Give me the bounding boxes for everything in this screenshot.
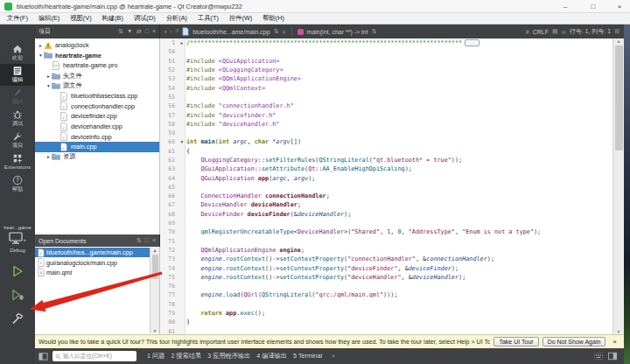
folded-comment-box[interactable]: ...	[465, 39, 480, 46]
mode-item-label: 项目	[0, 142, 35, 149]
code-editor[interactable]: 1▸/*************************************…	[160, 38, 612, 334]
mini-keyboard-icon[interactable]	[594, 352, 603, 360]
link-icon[interactable]: ∞	[562, 29, 566, 35]
output-pane-button-search-results[interactable]: 2 搜索结果	[171, 352, 201, 360]
scroll-down-icon[interactable]: ▼	[153, 328, 158, 333]
take-ui-tour-button[interactable]: Take UI Tour	[494, 337, 538, 346]
encoding-indicator[interactable]: #	[526, 29, 529, 35]
menu-item-analyze[interactable]: 分析(A)	[161, 14, 192, 23]
output-pane-icon[interactable]	[608, 352, 617, 360]
sync-with-editor-icon[interactable]: ⇄	[136, 24, 142, 38]
locator-input[interactable]: 输入以定位(Ctrl+K)	[52, 351, 136, 361]
active-project-label: hear...game	[0, 225, 35, 230]
forward-icon[interactable]: ›	[170, 29, 172, 35]
output-pane-button-terminal[interactable]: 5 Terminal	[293, 352, 322, 360]
menu-item-build[interactable]: 构建(B)	[97, 14, 129, 23]
output-pane-button-compile-output[interactable]: 4 编译输出	[256, 352, 287, 360]
menu-item-tools[interactable]: 工具(T)	[192, 14, 224, 23]
tree-item-deviceinfo-cpp[interactable]: cdeviceinfo.cpp	[35, 131, 159, 142]
menu-item-view[interactable]: 视图(V)	[65, 14, 96, 23]
close-document-icon[interactable]: ×	[283, 29, 286, 35]
code-line-74: 74 engine.rootContext()->setContextPrope…	[160, 263, 612, 272]
scroll-up-icon[interactable]: ▲	[153, 248, 158, 253]
symbol-combo-arrows-icon[interactable]: ⇅	[371, 28, 376, 35]
scroll-up-icon[interactable]: ▲	[617, 38, 621, 44]
fold-marker[interactable]: ▾	[178, 139, 186, 144]
split-icon[interactable]: □	[145, 24, 149, 38]
menu-item-window[interactable]: 控件(W)	[224, 14, 257, 23]
mode-item-help[interactable]: ?帮助	[0, 173, 35, 195]
open-file-dropdown[interactable]: bluetooth/he...ame/main.cpp	[192, 29, 270, 35]
tree-collapse-icon[interactable]: ▾	[46, 83, 52, 88]
output-pane-button-application-output[interactable]: 3 应用程序输出	[207, 352, 250, 360]
tree-expand-icon[interactable]: ▸	[46, 74, 52, 79]
maximize-button[interactable]: □	[583, 0, 604, 13]
close-icon[interactable]: ×	[152, 234, 156, 248]
file-combo-arrows-icon[interactable]: ⇅	[274, 28, 279, 35]
code-text: DeviceHandler deviceHandler;	[186, 201, 301, 208]
open-doc-item-bluetooth-main-cpp[interactable]: cbluetooth/hea...game/main.cpp	[35, 248, 150, 257]
tree-item-headers[interactable]: ▸头文件	[35, 71, 159, 81]
menu-item-debug[interactable]: 调试(D)	[129, 14, 161, 23]
mode-item-debug[interactable]: 调试	[0, 108, 35, 130]
mode-item-projects[interactable]: 项目	[0, 130, 35, 151]
do-not-show-again-button[interactable]: Do Not Show Again	[542, 337, 606, 346]
output-pane-button-issues[interactable]: 1 问题	[147, 352, 164, 360]
editor-scrollbar[interactable]: ▲ ▼	[612, 38, 624, 334]
symbol-dropdown[interactable]: main(int, char **) -> int	[307, 29, 368, 35]
tree-item-heartrate-game-pro[interactable]: heartrate-game.pro	[35, 60, 159, 71]
close-notification-icon[interactable]: ×	[609, 338, 620, 346]
expand-output-pane-icon[interactable]: ^	[332, 353, 334, 360]
open-doc-item-analogclock-main-cpp[interactable]: cgui/analogclock/main.cpp	[35, 257, 150, 267]
tree-item-bluetoothbaseclass-cpp[interactable]: cbluetoothbaseclass.cpp	[35, 91, 159, 102]
preview-icon[interactable]: ▤	[552, 28, 558, 35]
line-ending-indicator[interactable]: CRLF	[533, 29, 549, 35]
run-button[interactable]	[10, 264, 24, 282]
combo-arrows-icon[interactable]: ⇅	[136, 234, 142, 248]
build-button[interactable]	[10, 312, 24, 329]
mode-item-edit[interactable]: 编辑	[0, 64, 35, 86]
project-panel-toolbar: ⇅ ▼ ⇄ □ ×	[118, 24, 159, 38]
combo-arrows-icon[interactable]: ⇅	[118, 24, 123, 38]
scrollbar-thumb[interactable]	[615, 46, 623, 150]
open-documents-scrollbar[interactable]: ▲ ▼	[150, 248, 159, 333]
tree-item-label: 资源	[63, 152, 76, 161]
tree-expand-icon[interactable]: ▸	[46, 154, 52, 159]
filter-icon[interactable]: ▼	[127, 24, 133, 38]
tree-collapse-icon[interactable]: ▾	[38, 52, 44, 58]
open-documents-list[interactable]: cbluetooth/hea...game/main.cppcgui/analo…	[35, 247, 160, 334]
pin-icon[interactable]: ⌑	[176, 28, 179, 35]
close-button[interactable]: ×	[609, 0, 630, 13]
kit-selector[interactable]: ▸	[0, 232, 35, 248]
close-icon[interactable]: ×	[152, 24, 156, 38]
tree-item-connectionhandler-cpp[interactable]: cconnectionhandler.cpp	[35, 102, 159, 112]
cursor-position-indicator[interactable]: 行号: 1, 列号: 1	[570, 27, 611, 36]
tree-item-main-cpp[interactable]: cmain.cpp	[35, 142, 159, 152]
tree-expand-icon[interactable]: ▸	[38, 43, 44, 48]
tree-item-sources[interactable]: ▾源文件	[35, 80, 159, 91]
tree-item-analogclock[interactable]: ▸analogclock	[35, 40, 159, 51]
tree-item-devicefinder-cpp[interactable]: cdevicefinder.cpp	[35, 111, 159, 122]
minimize-button[interactable]: –	[555, 0, 576, 13]
mode-item-welcome[interactable]: 欢迎	[0, 42, 35, 64]
tree-item-heartrate-game[interactable]: ▾heartrate-game	[35, 51, 159, 61]
debug-run-button[interactable]	[10, 288, 24, 305]
tree-item-resources[interactable]: ▸资源	[35, 152, 159, 163]
menu-item-file[interactable]: 文件(F)	[2, 14, 33, 23]
fold-marker[interactable]: ▸	[178, 40, 186, 46]
project-panel-title[interactable]: 项目	[35, 27, 54, 36]
menu-item-help[interactable]: 帮助(H)	[257, 14, 290, 23]
mode-item-extensions[interactable]: Extensions	[0, 151, 35, 173]
open-documents-header: Open Documents ⇅ □ ×	[35, 234, 160, 247]
back-icon[interactable]: ‹	[164, 29, 166, 35]
open-documents-title[interactable]: Open Documents	[35, 238, 86, 244]
mode-item-design[interactable]: 设计	[0, 86, 35, 108]
toggle-sidebar-icon[interactable]	[38, 352, 48, 361]
tree-item-devicehandler-cpp[interactable]: cdevicehandler.cpp	[35, 122, 159, 132]
open-doc-item-main-qml[interactable]: qmain.qml	[35, 268, 150, 277]
split-icon[interactable]: □	[145, 234, 149, 248]
split-editor-icon[interactable]: ⊞	[614, 28, 620, 35]
menu-item-edit[interactable]: 编辑(E)	[33, 14, 65, 23]
project-tree[interactable]: ▸analogclock▾heartrate-gameheartrate-gam…	[35, 38, 160, 234]
scrollbar-thumb[interactable]	[152, 255, 158, 279]
